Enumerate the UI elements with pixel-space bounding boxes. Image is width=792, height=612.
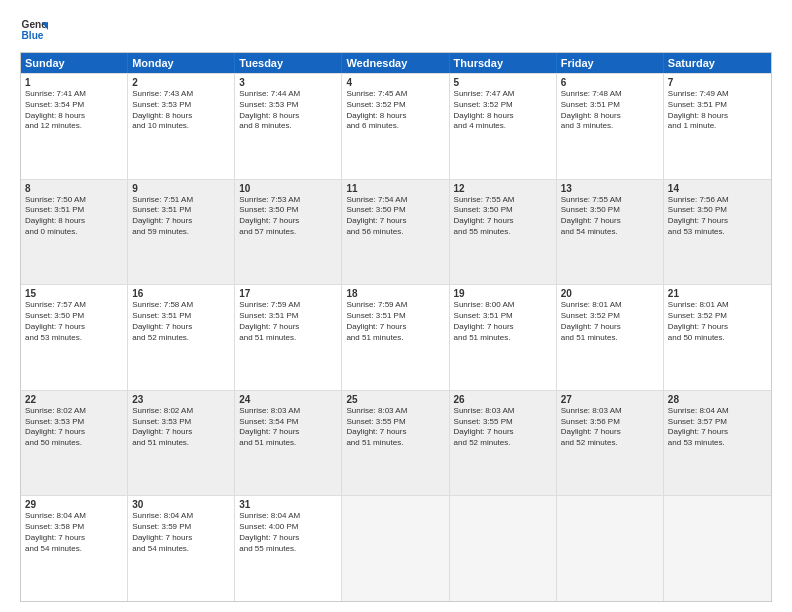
day-cell-31: 31Sunrise: 8:04 AMSunset: 4:00 PMDayligh… bbox=[235, 496, 342, 601]
logo: General Blue bbox=[20, 16, 48, 44]
day-cell-10: 10Sunrise: 7:53 AMSunset: 3:50 PMDayligh… bbox=[235, 180, 342, 285]
empty-cell bbox=[557, 496, 664, 601]
day-cell-3: 3Sunrise: 7:44 AMSunset: 3:53 PMDaylight… bbox=[235, 74, 342, 179]
calendar-week-5: 29Sunrise: 8:04 AMSunset: 3:58 PMDayligh… bbox=[21, 495, 771, 601]
day-cell-28: 28Sunrise: 8:04 AMSunset: 3:57 PMDayligh… bbox=[664, 391, 771, 496]
day-cell-24: 24Sunrise: 8:03 AMSunset: 3:54 PMDayligh… bbox=[235, 391, 342, 496]
page-header: General Blue bbox=[20, 16, 772, 44]
day-cell-16: 16Sunrise: 7:58 AMSunset: 3:51 PMDayligh… bbox=[128, 285, 235, 390]
day-cell-2: 2Sunrise: 7:43 AMSunset: 3:53 PMDaylight… bbox=[128, 74, 235, 179]
day-cell-4: 4Sunrise: 7:45 AMSunset: 3:52 PMDaylight… bbox=[342, 74, 449, 179]
calendar-week-3: 15Sunrise: 7:57 AMSunset: 3:50 PMDayligh… bbox=[21, 284, 771, 390]
empty-cell bbox=[342, 496, 449, 601]
day-cell-19: 19Sunrise: 8:00 AMSunset: 3:51 PMDayligh… bbox=[450, 285, 557, 390]
header-day-tuesday: Tuesday bbox=[235, 53, 342, 73]
empty-cell bbox=[450, 496, 557, 601]
calendar-week-1: 1Sunrise: 7:41 AMSunset: 3:54 PMDaylight… bbox=[21, 73, 771, 179]
day-cell-8: 8Sunrise: 7:50 AMSunset: 3:51 PMDaylight… bbox=[21, 180, 128, 285]
empty-cell bbox=[664, 496, 771, 601]
header-day-sunday: Sunday bbox=[21, 53, 128, 73]
day-cell-13: 13Sunrise: 7:55 AMSunset: 3:50 PMDayligh… bbox=[557, 180, 664, 285]
header-day-thursday: Thursday bbox=[450, 53, 557, 73]
day-cell-11: 11Sunrise: 7:54 AMSunset: 3:50 PMDayligh… bbox=[342, 180, 449, 285]
day-cell-5: 5Sunrise: 7:47 AMSunset: 3:52 PMDaylight… bbox=[450, 74, 557, 179]
day-cell-17: 17Sunrise: 7:59 AMSunset: 3:51 PMDayligh… bbox=[235, 285, 342, 390]
day-cell-1: 1Sunrise: 7:41 AMSunset: 3:54 PMDaylight… bbox=[21, 74, 128, 179]
svg-text:Blue: Blue bbox=[22, 30, 44, 41]
header-day-monday: Monday bbox=[128, 53, 235, 73]
day-cell-25: 25Sunrise: 8:03 AMSunset: 3:55 PMDayligh… bbox=[342, 391, 449, 496]
day-cell-26: 26Sunrise: 8:03 AMSunset: 3:55 PMDayligh… bbox=[450, 391, 557, 496]
header-day-saturday: Saturday bbox=[664, 53, 771, 73]
day-cell-15: 15Sunrise: 7:57 AMSunset: 3:50 PMDayligh… bbox=[21, 285, 128, 390]
day-cell-27: 27Sunrise: 8:03 AMSunset: 3:56 PMDayligh… bbox=[557, 391, 664, 496]
header-day-wednesday: Wednesday bbox=[342, 53, 449, 73]
header-day-friday: Friday bbox=[557, 53, 664, 73]
day-cell-23: 23Sunrise: 8:02 AMSunset: 3:53 PMDayligh… bbox=[128, 391, 235, 496]
day-cell-20: 20Sunrise: 8:01 AMSunset: 3:52 PMDayligh… bbox=[557, 285, 664, 390]
day-cell-22: 22Sunrise: 8:02 AMSunset: 3:53 PMDayligh… bbox=[21, 391, 128, 496]
day-cell-18: 18Sunrise: 7:59 AMSunset: 3:51 PMDayligh… bbox=[342, 285, 449, 390]
calendar-week-4: 22Sunrise: 8:02 AMSunset: 3:53 PMDayligh… bbox=[21, 390, 771, 496]
day-cell-14: 14Sunrise: 7:56 AMSunset: 3:50 PMDayligh… bbox=[664, 180, 771, 285]
calendar: SundayMondayTuesdayWednesdayThursdayFrid… bbox=[20, 52, 772, 602]
calendar-week-2: 8Sunrise: 7:50 AMSunset: 3:51 PMDaylight… bbox=[21, 179, 771, 285]
day-cell-30: 30Sunrise: 8:04 AMSunset: 3:59 PMDayligh… bbox=[128, 496, 235, 601]
calendar-body: 1Sunrise: 7:41 AMSunset: 3:54 PMDaylight… bbox=[21, 73, 771, 601]
logo-icon: General Blue bbox=[20, 16, 48, 44]
day-cell-29: 29Sunrise: 8:04 AMSunset: 3:58 PMDayligh… bbox=[21, 496, 128, 601]
day-cell-12: 12Sunrise: 7:55 AMSunset: 3:50 PMDayligh… bbox=[450, 180, 557, 285]
day-cell-6: 6Sunrise: 7:48 AMSunset: 3:51 PMDaylight… bbox=[557, 74, 664, 179]
day-cell-7: 7Sunrise: 7:49 AMSunset: 3:51 PMDaylight… bbox=[664, 74, 771, 179]
day-cell-21: 21Sunrise: 8:01 AMSunset: 3:52 PMDayligh… bbox=[664, 285, 771, 390]
day-cell-9: 9Sunrise: 7:51 AMSunset: 3:51 PMDaylight… bbox=[128, 180, 235, 285]
calendar-header: SundayMondayTuesdayWednesdayThursdayFrid… bbox=[21, 53, 771, 73]
